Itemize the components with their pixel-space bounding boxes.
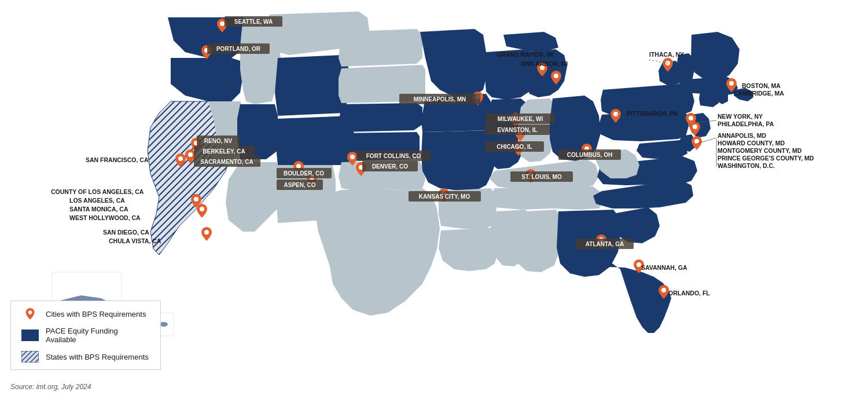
svg-text:ORLANDO, FL: ORLANDO, FL [668, 290, 710, 296]
legend-item-bps-states: States with BPS Requirements [21, 351, 150, 363]
svg-point-13 [188, 152, 193, 157]
svg-rect-101 [21, 330, 39, 341]
svg-text:NEW YORK, NY: NEW YORK, NY [718, 113, 763, 120]
legend-solid-icon [21, 330, 39, 341]
svg-text:PRINCE GEORGE'S COUNTY, MD: PRINCE GEORGE'S COUNTY, MD [718, 155, 814, 162]
map-container: SEATTLE, WA PORTLAND, OR RENO, NV BERKEL… [0, 0, 868, 399]
state-nd [339, 29, 422, 67]
svg-point-9 [220, 21, 225, 26]
svg-point-31 [661, 288, 666, 292]
svg-point-15 [200, 207, 204, 211]
svg-text:SANTA MONICA, CA: SANTA MONICA, CA [69, 206, 128, 213]
svg-point-33 [689, 116, 693, 120]
svg-text:BERKELEY, CA: BERKELEY, CA [203, 148, 245, 155]
svg-text:EVANSTON, IL: EVANSTON, IL [497, 127, 537, 133]
svg-point-28 [613, 112, 618, 116]
svg-text:PITTSBURGH, PA: PITTSBURGH, PA [627, 110, 678, 117]
legend-item-cities: Cities with BPS Requirements [21, 308, 150, 320]
source-text: Source: imt.org, July 2024 [10, 383, 91, 391]
svg-text:SACRAMENTO, CA: SACRAMENTO, CA [200, 159, 253, 165]
svg-text:BOULDER, CO: BOULDER, CO [284, 170, 324, 177]
svg-text:SAVANNAH, GA: SAVANNAH, GA [641, 264, 687, 271]
svg-point-100 [28, 310, 32, 314]
state-ne [339, 103, 422, 132]
svg-text:FORT COLLINS, CO: FORT COLLINS, CO [366, 153, 421, 159]
svg-text:MILWAUKEE, WI: MILWAUKEE, WI [498, 116, 543, 122]
svg-text:RENO, NV: RENO, NV [204, 138, 233, 144]
svg-text:ANNAPOLIS, MD: ANNAPOLIS, MD [718, 132, 766, 139]
svg-point-11 [178, 156, 183, 161]
svg-text:GRAND RAPIDS, MI: GRAND RAPIDS, MI [496, 51, 554, 58]
svg-point-34 [693, 125, 697, 129]
svg-text:ANN ARBOR, MI: ANN ARBOR, MI [521, 60, 568, 67]
svg-text:ITHACA, NY: ITHACA, NY [649, 51, 684, 58]
svg-text:KANSAS CITY, MO: KANSAS CITY, MO [419, 193, 470, 200]
svg-text:SEATTLE, WA: SEATTLE, WA [234, 19, 273, 25]
svg-text:COUNTY OF LOS ANGELES, CA: COUNTY OF LOS ANGELES, CA [51, 188, 144, 195]
legend: Cities with BPS Requirements PACE Equity… [10, 301, 161, 370]
legend-item-pace: PACE Equity Funding Available [21, 327, 150, 344]
state-tn [487, 186, 603, 210]
svg-text:PORTLAND, OR: PORTLAND, OR [216, 46, 261, 52]
svg-text:MONTGOMERY COUNTY, MD: MONTGOMERY COUNTY, MD [718, 147, 802, 154]
svg-text:SAN DIEGO, CA: SAN DIEGO, CA [103, 229, 149, 236]
svg-text:MINNEAPOLIS, MN: MINNEAPOLIS, MN [414, 96, 466, 103]
legend-pin-icon [21, 308, 39, 320]
legend-stripe-icon [21, 351, 39, 363]
svg-text:HOWARD COUNTY, MD: HOWARD COUNTY, MD [718, 140, 785, 147]
svg-text:CHULA VISTA, CA: CHULA VISTA, CA [109, 237, 161, 244]
svg-point-14 [194, 197, 198, 202]
legend-label-bps-states: States with BPS Requirements [46, 353, 149, 361]
svg-text:SAN FRANCISCO, CA: SAN FRANCISCO, CA [86, 156, 149, 163]
svg-point-32 [729, 81, 734, 86]
svg-text:DENVER, CO: DENVER, CO [372, 163, 408, 170]
svg-text:ASPEN, CO: ASPEN, CO [284, 182, 315, 188]
legend-label-cities: Cities with BPS Requirements [46, 310, 146, 319]
svg-text:WASHINGTON, D.C.: WASHINGTON, D.C. [718, 162, 775, 169]
svg-text:PHILADELPHIA, PA: PHILADELPHIA, PA [718, 120, 774, 127]
svg-text:LOS ANGELES, CA: LOS ANGELES, CA [69, 197, 125, 204]
svg-rect-104 [21, 351, 39, 363]
svg-point-30 [637, 262, 641, 267]
svg-point-19 [350, 155, 355, 159]
svg-text:COLUMBUS, OH: COLUMBUS, OH [567, 152, 612, 158]
svg-point-37 [554, 74, 558, 78]
svg-text:CHICAGO, IL: CHICAGO, IL [496, 144, 532, 150]
svg-text:CAMBRIDGE, MA: CAMBRIDGE, MA [734, 90, 784, 97]
svg-point-17 [296, 164, 301, 169]
svg-point-8 [160, 322, 168, 327]
svg-point-16 [204, 230, 209, 235]
svg-text:WEST HOLLYWOOD, CA: WEST HOLLYWOOD, CA [69, 214, 141, 221]
legend-label-pace: PACE Equity Funding Available [46, 327, 150, 344]
svg-text:BOSTON, MA: BOSTON, MA [742, 82, 781, 89]
svg-text:ST. LOUIS, MO: ST. LOUIS, MO [521, 174, 562, 180]
svg-text:ATLANTA, GA: ATLANTA, GA [586, 241, 624, 247]
